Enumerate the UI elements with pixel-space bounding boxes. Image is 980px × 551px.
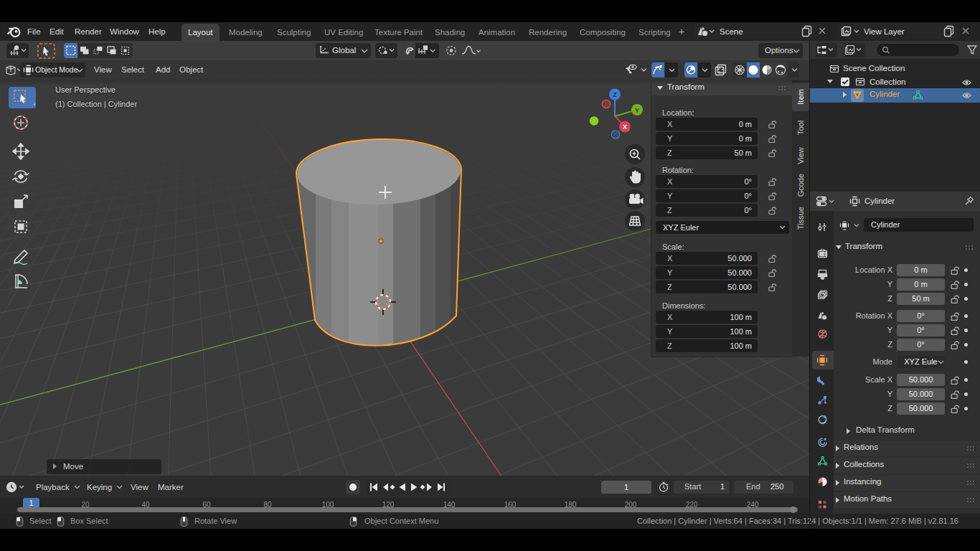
svg-text:Y: Y	[635, 107, 639, 114]
svg-text:Z: Z	[613, 91, 617, 98]
svg-text:X: X	[623, 123, 627, 131]
